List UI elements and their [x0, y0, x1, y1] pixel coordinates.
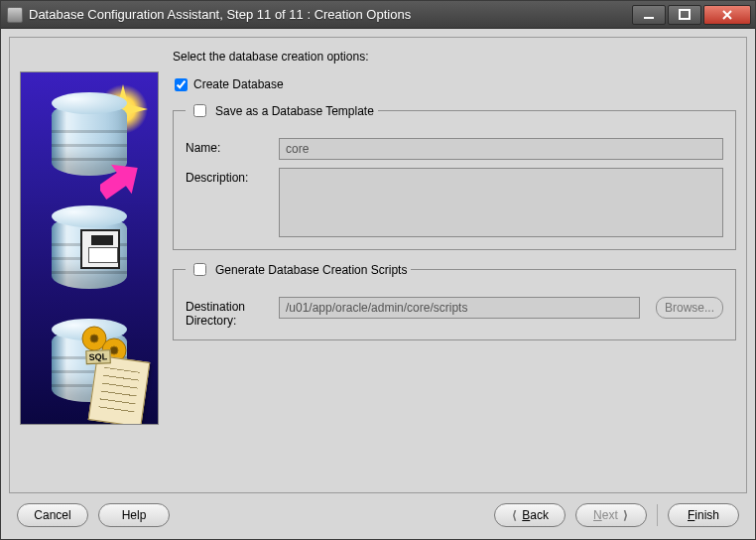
maximize-button[interactable] — [668, 5, 701, 25]
floppy-disk-icon — [80, 229, 120, 269]
save-template-legend-text: Save as a Database Template — [215, 104, 374, 118]
help-button[interactable]: Help — [98, 503, 170, 527]
save-template-checkbox[interactable] — [193, 104, 206, 117]
window-root: Database Configuration Assistant, Step 1… — [0, 0, 756, 540]
svg-marker-3 — [100, 162, 144, 205]
window-title: Database Configuration Assistant, Step 1… — [29, 7, 632, 22]
back-button-rest: ack — [530, 508, 549, 522]
generate-scripts-legend-text: Generate Database Creation Scripts — [215, 263, 407, 277]
maximize-icon — [679, 9, 691, 21]
template-description-label: Description: — [186, 168, 271, 185]
template-description-input[interactable] — [279, 168, 723, 237]
template-name-input[interactable] — [279, 138, 723, 160]
close-icon — [721, 9, 733, 21]
create-database-checkbox[interactable] — [175, 78, 188, 91]
svg-rect-0 — [644, 17, 654, 19]
save-template-group: Save as a Database Template Name: Descri… — [173, 101, 736, 250]
finish-button[interactable]: Finish — [668, 503, 739, 527]
content-frame: Select the database creation options: Cr… — [9, 37, 747, 493]
next-button: Next ⟩ — [575, 503, 647, 527]
minimize-icon — [643, 9, 655, 21]
sql-script-icon — [88, 355, 151, 425]
app-icon — [7, 7, 23, 23]
close-button[interactable] — [703, 5, 751, 25]
arrow-icon — [100, 162, 144, 208]
wizard-sidebar-image — [20, 71, 159, 425]
chevron-left-icon: ⟨ — [511, 508, 518, 522]
client-area: Select the database creation options: Cr… — [1, 29, 755, 539]
titlebar: Database Configuration Assistant, Step 1… — [1, 1, 755, 29]
separator — [657, 504, 658, 526]
template-name-label: Name: — [186, 138, 271, 155]
svg-rect-1 — [680, 10, 690, 19]
svg-point-5 — [90, 335, 98, 342]
save-template-legend: Save as a Database Template — [186, 101, 378, 120]
generate-scripts-group: Generate Database Creation Scripts Desti… — [173, 260, 736, 340]
create-database-row: Create Database — [175, 77, 736, 91]
prompt-text: Select the database creation options: — [173, 50, 736, 64]
svg-point-7 — [110, 346, 118, 354]
generate-scripts-legend: Generate Database Creation Scripts — [186, 260, 411, 279]
cancel-button[interactable]: Cancel — [17, 503, 88, 527]
destination-directory-row: Destination Directory: Browse... — [186, 297, 723, 328]
template-name-row: Name: — [186, 138, 723, 160]
template-description-row: Description: — [186, 168, 723, 237]
chevron-right-icon: ⟩ — [622, 508, 629, 522]
minimize-button[interactable] — [632, 5, 666, 25]
next-button-key: N — [593, 508, 602, 522]
browse-button[interactable]: Browse... — [656, 297, 723, 319]
main-panel: Select the database creation options: Cr… — [173, 48, 736, 482]
destination-directory-input[interactable] — [279, 297, 640, 319]
button-bar: Cancel Help ⟨ Back Next ⟩ Finish — [9, 493, 747, 531]
window-controls — [632, 5, 751, 25]
generate-scripts-checkbox[interactable] — [193, 263, 206, 276]
destination-directory-label: Destination Directory: — [186, 297, 271, 328]
destination-label-line1: Destination — [186, 300, 245, 314]
create-database-label: Create Database — [193, 77, 284, 91]
back-button[interactable]: ⟨ Back — [494, 503, 566, 527]
finish-button-rest: inish — [694, 508, 719, 522]
destination-label-line2: Directory: — [186, 314, 236, 328]
next-button-rest: ext — [602, 508, 618, 522]
